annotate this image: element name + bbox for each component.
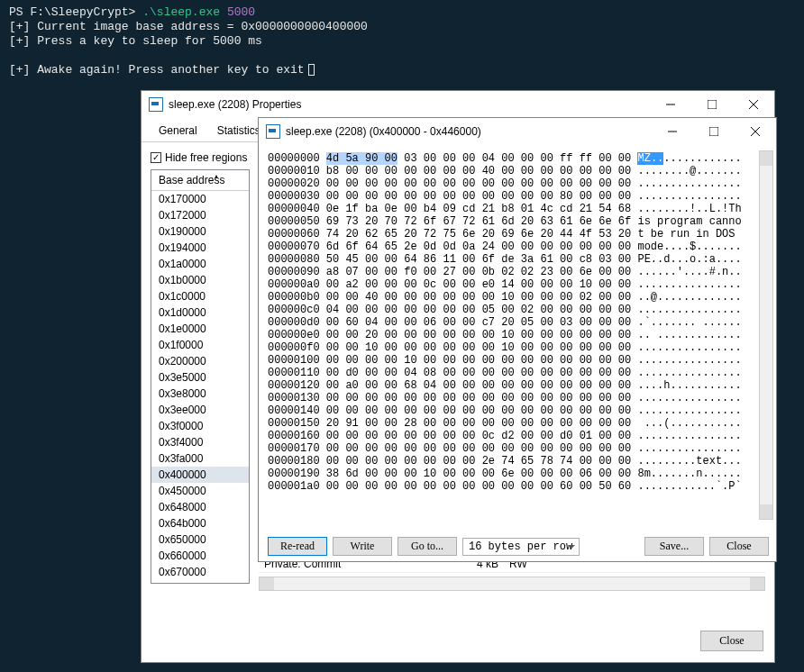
list-item[interactable]: 0x1e0000 bbox=[151, 321, 249, 337]
list-item[interactable]: 0x64b000 bbox=[151, 515, 249, 531]
list-item[interactable]: 0x680000 bbox=[151, 580, 249, 584]
titlebar[interactable]: sleep.exe (2208) (0x400000 - 0x446000) bbox=[259, 118, 776, 145]
list-item[interactable]: 0x200000 bbox=[151, 353, 249, 369]
list-item[interactable]: 0x670000 bbox=[151, 564, 249, 580]
memory-viewer-window: sleep.exe (2208) (0x400000 - 0x446000) 0… bbox=[258, 117, 777, 562]
terminal-line: [+] Press a key to sleep for 5000 ms bbox=[9, 34, 795, 49]
write-button[interactable]: Write bbox=[333, 537, 392, 556]
vertical-scrollbar[interactable] bbox=[759, 150, 773, 520]
list-item[interactable]: 0x3ee000 bbox=[151, 402, 249, 418]
list-item[interactable]: 0x1a0000 bbox=[151, 256, 249, 272]
window-title: sleep.exe (2208) (0x400000 - 0x446000) bbox=[286, 125, 652, 138]
list-item[interactable]: 0x190000 bbox=[151, 223, 249, 240]
horizontal-scrollbar[interactable] bbox=[259, 577, 765, 591]
list-item[interactable]: 0x172000 bbox=[151, 207, 249, 223]
svg-rect-1 bbox=[708, 100, 717, 109]
cursor bbox=[308, 64, 315, 76]
address-list[interactable]: Base address ▴ 0x1700000x1720000x1900000… bbox=[151, 169, 250, 584]
bytes-per-row-select[interactable]: 16 bytes per row bbox=[462, 538, 580, 556]
prompt: PS F:\SleepyCrypt> bbox=[9, 5, 142, 19]
maximize-button[interactable] bbox=[693, 118, 735, 145]
hex-dump[interactable]: 00000000 4d 5a 90 00 03 00 00 00 04 00 0… bbox=[268, 152, 769, 531]
list-header[interactable]: Base address ▴ bbox=[151, 170, 249, 191]
minimize-button[interactable] bbox=[652, 118, 693, 145]
list-item[interactable]: 0x3fa000 bbox=[151, 450, 249, 467]
terminal-line: [+] Current image base address = 0x00000… bbox=[9, 20, 795, 34]
list-item[interactable]: 0x450000 bbox=[151, 483, 249, 499]
tab-general[interactable]: General bbox=[149, 118, 207, 141]
list-item[interactable]: 0x170000 bbox=[151, 191, 249, 207]
close-button[interactable] bbox=[733, 91, 774, 118]
command-arg: 5000 bbox=[227, 5, 255, 19]
app-icon bbox=[149, 97, 163, 112]
close-button-footer[interactable]: Close bbox=[709, 537, 769, 556]
window-title: sleep.exe (2208) Properties bbox=[169, 98, 650, 111]
command: .\sleep.exe bbox=[142, 5, 220, 19]
list-item[interactable]: 0x3f0000 bbox=[151, 418, 249, 434]
maximize-button[interactable] bbox=[691, 91, 733, 118]
terminal: PS F:\SleepyCrypt> .\sleep.exe 5000 [+] … bbox=[0, 0, 804, 83]
minimize-button[interactable] bbox=[650, 91, 691, 118]
svg-line-6 bbox=[751, 127, 760, 136]
app-icon bbox=[266, 124, 280, 139]
list-item[interactable]: 0x1d0000 bbox=[151, 304, 249, 321]
svg-line-2 bbox=[749, 100, 758, 109]
hide-free-checkbox[interactable]: ✓ bbox=[151, 152, 161, 163]
list-item[interactable]: 0x400000 bbox=[151, 467, 249, 483]
list-item[interactable]: 0x660000 bbox=[151, 548, 249, 564]
list-item[interactable]: 0x3e8000 bbox=[151, 386, 249, 402]
sort-indicator-icon: ▴ bbox=[215, 172, 218, 180]
svg-line-3 bbox=[749, 100, 758, 109]
svg-rect-5 bbox=[709, 127, 718, 136]
list-item[interactable]: 0x194000 bbox=[151, 240, 249, 256]
list-item[interactable]: 0x3f4000 bbox=[151, 434, 249, 450]
list-item[interactable]: 0x650000 bbox=[151, 531, 249, 548]
list-item[interactable]: 0x1f0000 bbox=[151, 337, 249, 353]
list-item[interactable]: 0x1b0000 bbox=[151, 272, 249, 288]
close-button-footer[interactable]: Close bbox=[700, 631, 763, 651]
close-button[interactable] bbox=[735, 118, 776, 145]
reread-button[interactable]: Re-read bbox=[268, 537, 327, 556]
list-item[interactable]: 0x3e5000 bbox=[151, 369, 249, 386]
list-item[interactable]: 0x1c0000 bbox=[151, 288, 249, 304]
save-button[interactable]: Save... bbox=[644, 537, 704, 556]
titlebar[interactable]: sleep.exe (2208) Properties bbox=[142, 91, 774, 118]
list-item[interactable]: 0x648000 bbox=[151, 499, 249, 515]
svg-line-7 bbox=[751, 127, 760, 136]
terminal-line: [+] Awake again! Press another key to ex… bbox=[9, 63, 305, 77]
goto-button[interactable]: Go to... bbox=[397, 537, 457, 556]
hide-free-label: Hide free regions bbox=[165, 151, 247, 164]
